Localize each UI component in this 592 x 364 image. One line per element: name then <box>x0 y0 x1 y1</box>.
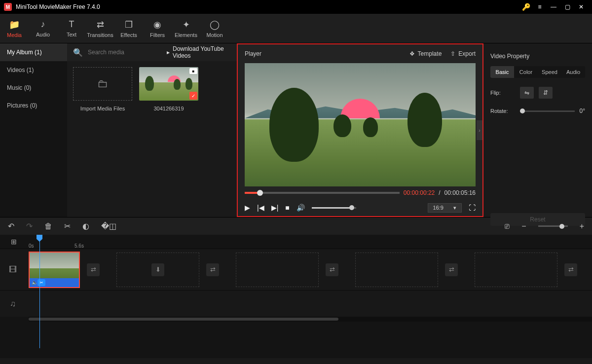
media-browser: My Album (1) Videos (1) Music (0) Pictur… <box>0 43 237 217</box>
export-button[interactable]: ⇧ Export <box>450 50 476 57</box>
tab-transitions[interactable]: ⇄ Transitions <box>86 14 114 43</box>
license-key-icon[interactable]: 🔑 <box>519 0 533 14</box>
search-input[interactable] <box>88 49 162 56</box>
search-icon: 🔍 <box>73 48 83 57</box>
close-button[interactable]: ✕ <box>574 0 588 14</box>
download-youtube-label: Download YouTube Videos <box>173 45 231 59</box>
empty-clip-slot[interactable]: ⬇ <box>116 253 199 287</box>
tab-media[interactable]: 📁 Media <box>0 14 29 43</box>
download-icon: ⬇ <box>151 263 164 276</box>
chevron-down-icon: ▾ <box>453 205 456 211</box>
timeline-clip[interactable]: 🔈 ✂ <box>29 252 80 288</box>
sidebar-item-music[interactable]: Music (0) <box>0 79 67 97</box>
video-track-icon[interactable]: 🎞 <box>0 265 26 274</box>
prev-frame-button[interactable]: |◀ <box>257 204 264 212</box>
menu-icon[interactable]: ≡ <box>533 0 547 14</box>
split-button[interactable]: ✂ <box>64 221 71 231</box>
template-button[interactable]: ❖ Template <box>409 50 442 57</box>
prop-tab-basic[interactable]: Basic <box>490 66 514 78</box>
minimize-button[interactable]: — <box>547 0 560 14</box>
timeline: ⊞ 0s 5.6s 🎞 🔈 ✂ ⇄ ⬇ ⇄ ⇄ ⇄ ⇄ ♫ <box>0 235 592 358</box>
empty-clip-slot[interactable] <box>355 253 438 287</box>
redo-button[interactable]: ↷ <box>26 221 33 231</box>
tab-audio[interactable]: ♪ Audio <box>29 14 57 43</box>
audio-track-body[interactable] <box>26 291 592 317</box>
folder-icon: 🗀 <box>97 77 108 90</box>
prop-tab-speed[interactable]: Speed <box>538 66 561 78</box>
zoom-out-button[interactable]: − <box>521 222 526 231</box>
player-title: Player <box>245 50 261 57</box>
flip-horizontal-button[interactable]: ⇋ <box>520 87 534 99</box>
tab-filters[interactable]: ◉ Filters <box>143 14 172 43</box>
prop-tab-audio[interactable]: Audio <box>561 66 585 78</box>
tab-motion[interactable]: ◯ Motion <box>200 14 229 43</box>
clip-audio-strip: 🔈 <box>30 278 79 287</box>
transition-slot[interactable]: ⇄ <box>445 263 458 276</box>
media-thumbnail[interactable]: ■ ✓ <box>139 67 198 101</box>
zoom-slider[interactable] <box>538 225 568 227</box>
ruler-tick: 0s <box>29 243 74 249</box>
volume-icon[interactable]: 🔊 <box>296 204 305 212</box>
playhead[interactable] <box>39 235 40 348</box>
rotate-label: Rotate: <box>490 108 515 114</box>
play-button[interactable]: ▶ <box>245 204 250 212</box>
transition-slot[interactable]: ⇄ <box>206 263 219 276</box>
next-frame-button[interactable]: ▶| <box>271 204 279 212</box>
speaker-icon: 🔈 <box>32 280 37 285</box>
transition-slot[interactable]: ⇄ <box>326 263 338 276</box>
import-media-card[interactable]: 🗀 Import Media Files <box>73 67 132 211</box>
tab-effects[interactable]: ❐ Effects <box>114 14 143 43</box>
speed-button[interactable]: ◐ <box>82 221 89 231</box>
transition-slot[interactable]: ⇄ <box>87 263 100 276</box>
transition-slot[interactable]: ⇄ <box>564 263 577 276</box>
aspect-value: 16:9 <box>433 205 444 211</box>
tab-elements[interactable]: ✦ Elements <box>172 14 200 43</box>
media-categories: My Album (1) Videos (1) Music (0) Pictur… <box>0 43 67 217</box>
folder-icon: 📁 <box>9 19 20 30</box>
sidebar-item-videos[interactable]: Videos (1) <box>0 61 67 79</box>
progress-thumb[interactable] <box>257 190 263 196</box>
progress-bar[interactable] <box>245 192 400 194</box>
timeline-scrollbar[interactable] <box>29 317 592 322</box>
aspect-ratio-select[interactable]: 16:9 ▾ <box>428 203 462 213</box>
tab-label: Filters <box>150 32 165 38</box>
sidebar-item-my-album[interactable]: My Album (1) <box>0 43 67 61</box>
sidebar-item-pictures[interactable]: Pictures (0) <box>0 97 67 114</box>
empty-clip-slot[interactable] <box>236 253 319 287</box>
download-youtube-link[interactable]: ▸ Download YouTube Videos <box>167 45 231 59</box>
maximize-button[interactable]: ▢ <box>560 0 574 14</box>
fullscreen-button[interactable]: ⛶ <box>469 204 476 212</box>
rotate-slider[interactable] <box>520 110 575 112</box>
stop-button[interactable]: ■ <box>285 204 289 212</box>
undo-button[interactable]: ↶ <box>8 221 14 231</box>
flip-vertical-button[interactable]: ⇵ <box>539 87 553 99</box>
tab-label: Text <box>67 32 76 37</box>
effects-icon: ❐ <box>125 19 133 30</box>
timeline-ruler[interactable]: 0s 5.6s <box>0 235 592 249</box>
video-track-body[interactable]: 🔈 ✂ ⇄ ⬇ ⇄ ⇄ ⇄ ⇄ <box>26 249 592 290</box>
import-box[interactable]: 🗀 <box>73 67 132 101</box>
fit-button[interactable]: ⎚ <box>505 222 510 231</box>
title-bar: M MiniTool MovieMaker Free 7.4.0 🔑 ≡ — ▢… <box>0 0 592 14</box>
tab-text[interactable]: T Text <box>57 14 86 43</box>
audio-track-icon[interactable]: ♫ <box>0 299 26 308</box>
player-panel: Player ❖ Template ⇧ Export <box>237 43 483 217</box>
video-preview[interactable] <box>245 63 476 186</box>
media-clip-card[interactable]: ■ ✓ 3041266319 <box>139 67 198 211</box>
export-icon: ⇧ <box>450 50 455 57</box>
delete-button[interactable]: 🗑 <box>44 222 52 231</box>
panel-collapse-toggle[interactable]: › <box>477 120 482 140</box>
volume-slider[interactable] <box>312 207 356 209</box>
scissors-badge-icon: ✂ <box>37 279 45 286</box>
empty-clip-slot[interactable] <box>475 253 557 287</box>
zoom-in-button[interactable]: + <box>580 222 584 231</box>
prop-tab-color[interactable]: Color <box>514 66 538 78</box>
crop-button[interactable]: �◫ <box>101 221 116 231</box>
flip-row: Flip: ⇋ ⇵ <box>490 87 585 99</box>
rotate-value: 0° <box>580 108 585 114</box>
template-icon: ❖ <box>409 50 415 57</box>
text-icon: T <box>69 19 74 30</box>
flip-label: Flip: <box>490 90 515 96</box>
tab-label: Media <box>7 32 22 38</box>
video-track: 🎞 🔈 ✂ ⇄ ⬇ ⇄ ⇄ ⇄ ⇄ <box>0 249 592 290</box>
